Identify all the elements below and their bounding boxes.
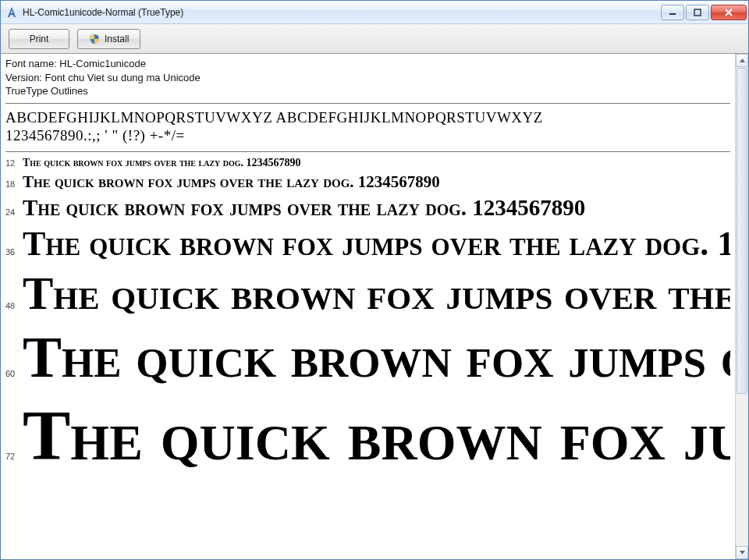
divider bbox=[5, 151, 730, 152]
sample-size-label: 12 bbox=[5, 158, 23, 168]
app-icon bbox=[5, 6, 18, 19]
sample-row: 60The quick brown fox jumps over the laz… bbox=[5, 324, 730, 391]
sample-size-label: 18 bbox=[5, 179, 23, 189]
alphabet-digits: 1234567890.:,; ' " (!?) +-*/= bbox=[5, 126, 730, 145]
scroll-down-button[interactable] bbox=[736, 546, 748, 559]
print-button[interactable]: Print bbox=[9, 29, 69, 49]
svg-rect-1 bbox=[694, 9, 701, 16]
sample-list: 12The quick brown fox jumps over the laz… bbox=[5, 155, 730, 477]
sample-text: The quick brown fox jumps over the lazy … bbox=[23, 324, 730, 391]
font-metadata: Font name: HL-Comic1unicode Version: Fon… bbox=[5, 57, 730, 100]
window-title: HL-Comic1unicode-Normal (TrueType) bbox=[23, 7, 661, 18]
sample-row: 18The quick brown fox jumps over the laz… bbox=[5, 172, 730, 192]
content-area: Font name: HL-Comic1unicode Version: Fon… bbox=[1, 54, 748, 559]
sample-text: The quick brown fox jumps over the lazy … bbox=[23, 267, 730, 321]
font-viewer-window: HL-Comic1unicode-Normal (TrueType) Print bbox=[0, 0, 749, 560]
font-preview-content: Font name: HL-Comic1unicode Version: Fon… bbox=[1, 54, 735, 559]
font-outlines-line: TrueType Outlines bbox=[5, 84, 730, 98]
minimize-button[interactable] bbox=[661, 5, 684, 20]
close-button[interactable] bbox=[711, 5, 747, 20]
sample-row: 24The quick brown fox jumps over the laz… bbox=[5, 195, 730, 221]
sample-text: The quick brown fox jumps over the lazy … bbox=[23, 157, 301, 169]
print-button-label: Print bbox=[30, 34, 49, 44]
svg-rect-0 bbox=[669, 13, 676, 15]
sample-row: 72The quick brown fox jumps over the laz… bbox=[5, 394, 730, 477]
titlebar[interactable]: HL-Comic1unicode-Normal (TrueType) bbox=[1, 1, 748, 24]
font-version-line: Version: Font chu Viet su dung ma Unicod… bbox=[5, 71, 730, 85]
divider bbox=[5, 103, 730, 104]
sample-size-label: 36 bbox=[5, 247, 23, 257]
scroll-thumb[interactable] bbox=[737, 68, 747, 394]
sample-row: 36The quick brown fox jumps over the laz… bbox=[5, 224, 730, 264]
uac-shield-icon bbox=[89, 34, 100, 44]
sample-text: The quick brown fox jumps over the lazy … bbox=[23, 195, 585, 221]
window-controls bbox=[661, 5, 747, 20]
alphabet-upper: ABCDEFGHIJKLMNOPQRSTUVWXYZ ABCDEFGHIJKLM… bbox=[5, 108, 730, 127]
alphabet-block: ABCDEFGHIJKLMNOPQRSTUVWXYZ ABCDEFGHIJKLM… bbox=[5, 107, 730, 149]
vertical-scrollbar[interactable] bbox=[735, 54, 748, 559]
sample-text: The quick brown fox jumps over the lazy … bbox=[23, 224, 730, 264]
sample-text: The quick brown fox jumps over the lazy … bbox=[23, 394, 730, 477]
sample-size-label: 48 bbox=[5, 301, 23, 310]
sample-size-label: 60 bbox=[5, 369, 23, 378]
toolbar: Print Install bbox=[1, 24, 748, 54]
sample-row: 12The quick brown fox jumps over the laz… bbox=[5, 157, 730, 169]
maximize-button[interactable] bbox=[686, 5, 709, 20]
sample-row: 48The quick brown fox jumps over the laz… bbox=[5, 267, 730, 321]
install-button-label: Install bbox=[105, 34, 129, 44]
sample-size-label: 72 bbox=[5, 452, 23, 461]
sample-text: The quick brown fox jumps over the lazy … bbox=[23, 172, 440, 192]
sample-size-label: 24 bbox=[5, 207, 23, 217]
install-button[interactable]: Install bbox=[77, 29, 140, 49]
scroll-up-button[interactable] bbox=[736, 54, 748, 67]
font-name-line: Font name: HL-Comic1unicode bbox=[5, 57, 730, 71]
scroll-track[interactable] bbox=[736, 67, 748, 546]
